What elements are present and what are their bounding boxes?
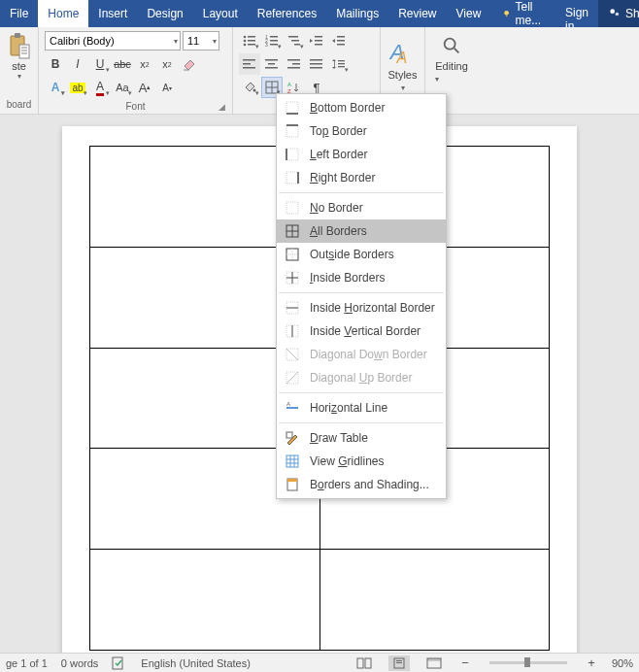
editing-button[interactable]: Editing▾ — [435, 60, 468, 84]
sort-icon: AZ — [287, 81, 301, 94]
shading-button[interactable]: ▾ — [239, 77, 260, 98]
highlight-button[interactable]: ab▾ — [67, 77, 88, 98]
menu-item-label: Diagonal Up Border — [310, 371, 438, 385]
zoom-thumb[interactable] — [524, 657, 530, 667]
borders-menu-shading[interactable]: Borders and Shading... — [277, 473, 446, 496]
svg-rect-52 — [286, 102, 298, 114]
zoom-slider[interactable] — [489, 661, 567, 664]
paste-icon[interactable] — [8, 33, 31, 60]
borders-menu-outside[interactable]: Outside Borders — [277, 243, 446, 266]
language-indicator[interactable]: English (United States) — [141, 657, 251, 669]
zoom-level[interactable]: 90% — [612, 657, 633, 669]
tab-references[interactable]: References — [248, 0, 326, 27]
bullets-icon — [243, 35, 256, 47]
bold-button[interactable]: B — [45, 53, 66, 75]
word-count[interactable]: 0 words — [61, 657, 99, 669]
svg-rect-60 — [286, 202, 298, 214]
clear-formatting-button[interactable] — [179, 53, 200, 75]
change-case-button[interactable]: Aa▾ — [112, 77, 133, 98]
borders-menu-insideh[interactable]: Inside Horizontal Border — [277, 296, 446, 319]
grow-font-button[interactable]: A▴ — [134, 77, 155, 98]
strikethrough-button[interactable]: abc — [112, 53, 133, 75]
tab-file[interactable]: File — [0, 0, 38, 27]
tab-insert[interactable]: Insert — [88, 0, 137, 27]
borders-menu-right[interactable]: Right Border — [277, 166, 446, 189]
align-right-button[interactable] — [284, 53, 305, 75]
indent-icon — [332, 35, 346, 47]
zoom-out-button[interactable]: − — [458, 655, 472, 670]
line-spacing-button[interactable]: ▾ — [328, 53, 350, 75]
svg-point-2 — [610, 9, 615, 14]
borders-menu-bottom[interactable]: Bottom Border — [277, 96, 446, 119]
share-button[interactable]: Share — [598, 0, 639, 27]
align-center-button[interactable] — [261, 53, 283, 75]
text-effects-button[interactable]: A▾ — [45, 77, 66, 98]
svg-rect-89 — [357, 658, 363, 668]
borders-menu-top[interactable]: Top Border — [277, 119, 446, 143]
underline-button[interactable]: U▾ — [89, 53, 111, 75]
styles-button[interactable]: Styles▾ — [388, 69, 418, 92]
decrease-indent-button[interactable] — [306, 30, 327, 51]
menu-item-label: Inside Borders — [310, 271, 438, 285]
web-layout-button[interactable] — [423, 655, 445, 671]
svg-rect-42 — [338, 63, 345, 64]
borders-menu-gridlines[interactable]: View Gridlines — [277, 450, 446, 473]
tab-mailings[interactable]: Mailings — [326, 0, 388, 27]
paint-bucket-icon — [243, 81, 256, 94]
borders-menu-left[interactable]: Left Border — [277, 143, 446, 166]
svg-rect-40 — [334, 61, 335, 67]
read-mode-button[interactable] — [353, 655, 375, 671]
align-left-button[interactable] — [239, 53, 260, 75]
subscript-button[interactable]: x2 — [134, 53, 155, 75]
line-spacing-icon — [332, 58, 346, 70]
borders-menu-draw[interactable]: Draw Table — [277, 426, 446, 450]
italic-button[interactable]: I — [67, 53, 88, 75]
justify-button[interactable] — [306, 53, 327, 75]
tab-review[interactable]: Review — [388, 0, 446, 27]
multilevel-list-button[interactable]: ▾ — [284, 30, 305, 51]
menu-item-label: Draw Table — [310, 431, 438, 445]
eraser-icon — [182, 56, 197, 72]
all-border-icon — [285, 223, 300, 239]
insidev-border-icon — [285, 323, 300, 339]
borders-menu-inside[interactable]: Inside Borders — [277, 266, 446, 289]
right-border-icon — [285, 170, 300, 185]
menu-item-label: Diagonal Down Border — [310, 348, 438, 361]
increase-indent-button[interactable] — [328, 30, 350, 51]
svg-rect-39 — [310, 67, 322, 69]
tell-me[interactable]: Tell me... — [492, 0, 555, 27]
tab-layout[interactable]: Layout — [193, 0, 248, 27]
font-color-button[interactable]: A▾ — [89, 77, 111, 98]
svg-rect-12 — [248, 44, 255, 46]
tab-view[interactable]: View — [447, 0, 491, 27]
tab-home[interactable]: Home — [38, 0, 88, 27]
find-icon[interactable] — [441, 35, 462, 56]
shrink-font-button[interactable]: A▾ — [156, 77, 178, 98]
print-layout-button[interactable] — [388, 655, 410, 671]
menu-separator — [279, 192, 444, 193]
font-size-combo[interactable]: 11▾ — [183, 31, 219, 50]
svg-rect-80 — [286, 432, 292, 438]
borders-menu-hline[interactable]: AHorizontal Line — [277, 396, 446, 420]
menu-item-label: Borders and Shading... — [310, 478, 438, 491]
borders-menu-insidev[interactable]: Inside Vertical Border — [277, 319, 446, 343]
font-name-combo[interactable]: Calibri (Body)▾ — [45, 31, 181, 50]
zoom-in-button[interactable]: + — [585, 655, 598, 670]
menu-item-label: Inside Vertical Border — [310, 324, 438, 338]
page-indicator[interactable]: ge 1 of 1 — [6, 657, 48, 669]
svg-rect-31 — [265, 59, 278, 61]
insideh-border-icon — [285, 300, 300, 316]
styles-icon[interactable]: AA — [388, 40, 418, 69]
spellcheck-icon[interactable] — [112, 656, 127, 670]
superscript-button[interactable]: x2 — [156, 53, 178, 75]
bullets-button[interactable]: ▾ — [239, 30, 260, 51]
numbering-button[interactable]: 123▾ — [261, 30, 283, 51]
tab-design[interactable]: Design — [137, 0, 192, 27]
multilevel-icon — [287, 35, 301, 47]
borders-menu-none[interactable]: No Border — [277, 196, 446, 219]
paste-dropdown[interactable]: ▾ — [17, 72, 21, 81]
menu-item-label: Top Border — [310, 124, 438, 138]
borders-menu-all[interactable]: All Borders — [277, 219, 446, 243]
font-dialog-launcher[interactable]: ◢ — [43, 102, 228, 112]
sign-in[interactable]: Sign in — [555, 0, 598, 27]
